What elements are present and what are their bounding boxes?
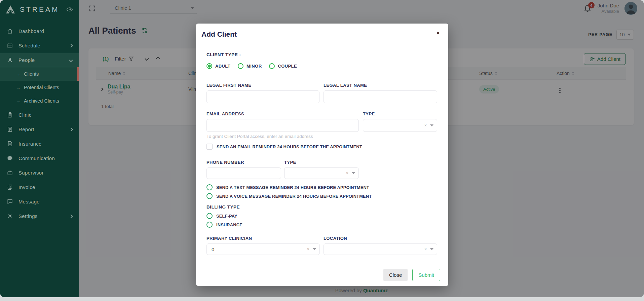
submit-button[interactable]: Submit (412, 269, 440, 281)
close-icon[interactable]: × (437, 30, 440, 35)
chevron-right-icon (69, 214, 73, 218)
radio-couple[interactable]: COUPLE (269, 63, 297, 69)
sidebar-item-label: Communication (18, 155, 55, 161)
sidebar-item-invoice[interactable]: Invoice (0, 180, 79, 194)
brand-logo-icon (5, 5, 15, 14)
voice-reminder-radio[interactable]: SEND A VOICE MESSAGE REMINDER 24 HOURS B… (206, 193, 437, 199)
brand-name: STREAM (20, 5, 60, 13)
clinician-location-row: PRIMARY CLINICIAN 0 × LOCATION × (206, 236, 437, 255)
first-name-input[interactable] (206, 90, 319, 103)
sidebar-subitem-clients[interactable]: → Clients (0, 67, 79, 81)
sidebar-item-label: Settings (18, 213, 38, 219)
sidebar-item-schedule[interactable]: Schedule (0, 38, 79, 53)
caret-down-icon (430, 248, 433, 250)
last-name-label: LEGAL LAST NAME (324, 83, 437, 88)
radio-selected-icon (206, 63, 212, 69)
sidebar-item-message[interactable]: Message (0, 194, 79, 209)
billing-type-label: BILLING TYPE (206, 204, 437, 210)
client-type-label: CLIENT TYPE : (206, 52, 437, 57)
sidebar-item-insurance[interactable]: Insurance (0, 137, 79, 151)
chevron-right-icon (69, 44, 73, 47)
sidebar-item-label: Supervisor (18, 170, 44, 176)
phone-type-label: TYPE (284, 160, 359, 165)
clear-icon[interactable]: × (346, 171, 348, 176)
phone-row: PHONE NUMBER TYPE × (206, 160, 437, 179)
sidebar-item-label: Insurance (18, 141, 42, 147)
radio-icon (206, 184, 213, 190)
first-name-label: LEGAL FIRST NAME (206, 83, 319, 88)
clear-icon[interactable]: × (424, 247, 427, 252)
radio-icon (238, 63, 243, 69)
radio-icon (269, 63, 275, 69)
logo-row: STREAM (0, 0, 79, 18)
primary-clinician-select[interactable]: 0 × (206, 243, 320, 255)
gear-icon (7, 213, 13, 219)
sidebar-item-report[interactable]: Report (0, 122, 79, 137)
insurance-radio[interactable]: INSURANCE (206, 222, 437, 228)
sidebar-item-people[interactable]: People (0, 53, 79, 67)
briefcase-icon (7, 170, 13, 176)
sidebar-collapse-icon[interactable] (66, 7, 73, 12)
location-select[interactable]: × (324, 243, 437, 255)
radio-adult[interactable]: ADULT (206, 63, 230, 69)
last-name-input[interactable] (324, 90, 437, 103)
sidebar-nav: Dashboard Schedule People → Clients → Po… (0, 18, 79, 223)
email-type-select[interactable]: × (363, 119, 437, 132)
email-reminder-checkbox[interactable] (206, 144, 213, 150)
email-input[interactable] (206, 119, 359, 132)
phone-label: PHONE NUMBER (206, 160, 281, 165)
radio-icon (206, 222, 213, 228)
sidebar-item-communication[interactable]: Communication (0, 151, 79, 165)
document-icon (7, 141, 13, 147)
sidebar-item-label: Invoice (18, 184, 35, 190)
message-square-icon (7, 198, 13, 205)
radio-icon (206, 213, 213, 219)
modal-header: Add Client × (196, 24, 448, 44)
radio-minor[interactable]: MINOR (238, 63, 262, 69)
clear-icon[interactable]: × (424, 123, 427, 128)
phone-type-select[interactable]: × (284, 167, 359, 179)
sidebar: STREAM Dashboard Schedule People → (0, 0, 79, 297)
sidebar-subitem-label: Clients (24, 71, 39, 77)
sidebar-item-label: Schedule (18, 43, 40, 48)
sidebar-item-label: Dashboard (18, 28, 44, 34)
client-type-radios: ADULT MINOR COUPLE (206, 63, 437, 69)
chat-bubble-icon (7, 155, 13, 161)
location-label: LOCATION (324, 236, 437, 241)
caret-down-icon (313, 248, 316, 250)
sidebar-item-supervisor[interactable]: Supervisor (0, 165, 79, 180)
copy-invoice-icon (7, 184, 13, 190)
sidebar-item-clinic[interactable]: Clinic (0, 108, 79, 122)
text-reminder-radio[interactable]: SEND A TEXT MESSAGE REMINDER 24 HOURS BE… (206, 184, 437, 190)
email-helper-text: To grant Client Portal access, enter an … (206, 134, 359, 139)
email-reminder-label: SEND AN EMAIL REMINDER 24 HOURS BEFORE T… (217, 144, 362, 149)
primary-clinician-label: PRIMARY CLINICIAN (206, 236, 320, 241)
sidebar-item-label: Report (18, 126, 34, 132)
report-file-icon (7, 126, 13, 133)
caret-down-icon (352, 172, 355, 174)
phone-input[interactable] (206, 167, 281, 179)
person-icon (7, 57, 13, 63)
sidebar-item-dashboard[interactable]: Dashboard (0, 24, 79, 38)
primary-clinician-value: 0 (210, 247, 214, 252)
billing-type-block: BILLING TYPE SELF-PAY INSURANCE (206, 204, 437, 228)
email-label: EMAIL ADDRESS (206, 111, 359, 116)
sidebar-item-settings[interactable]: Settings (0, 209, 79, 223)
modal-body: CLIENT TYPE : ADULT MINOR COUPLE LE (196, 44, 448, 260)
clipboard-icon (7, 112, 13, 118)
chevron-down-icon (69, 58, 73, 62)
home-icon (7, 28, 13, 34)
sidebar-item-label: Clinic (18, 112, 31, 118)
modal-footer: Close Submit (196, 264, 448, 286)
sidebar-subitem-potential-clients[interactable]: → Potential Clients (0, 81, 79, 94)
arrow-right-icon: → (16, 98, 21, 104)
clear-icon[interactable]: × (307, 247, 309, 252)
sidebar-subitem-archived-clients[interactable]: → Archived Clients (0, 94, 79, 108)
self-pay-radio[interactable]: SELF-PAY (206, 213, 437, 219)
sidebar-item-label: Message (18, 199, 40, 204)
sidebar-item-label: People (18, 57, 35, 63)
close-button[interactable]: Close (383, 269, 408, 281)
email-reminder-row: SEND AN EMAIL REMINDER 24 HOURS BEFORE T… (206, 144, 437, 150)
app-window: STREAM Dashboard Schedule People → (0, 0, 644, 297)
arrow-right-icon: → (16, 71, 21, 77)
